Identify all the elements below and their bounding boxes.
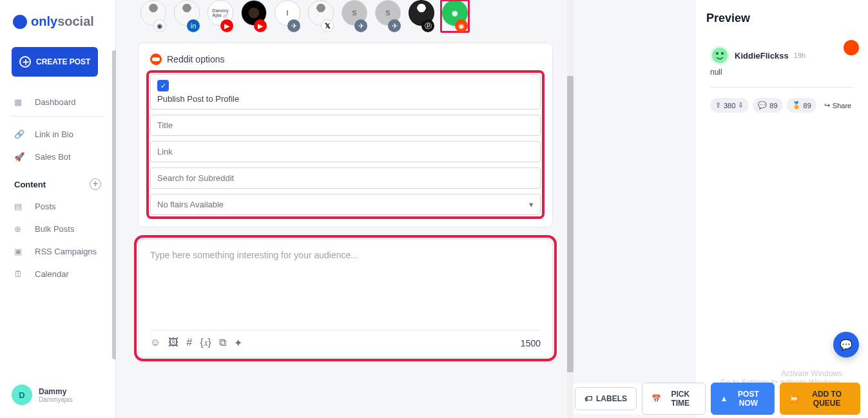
- brand-logo[interactable]: onlysocial: [0, 0, 115, 43]
- preview-username: KiddieFlickss: [735, 51, 789, 61]
- social-yt-1[interactable]: Dammy Ajas 📈▶: [206, 0, 235, 32]
- preview-time: 19h: [794, 52, 805, 59]
- nav-dashboard[interactable]: ▦ Dashboard: [0, 91, 115, 113]
- preview-divider: [710, 87, 854, 88]
- preview-avatar: [710, 46, 729, 65]
- user-profile[interactable]: D Dammy Dammyajas: [12, 385, 108, 405]
- upvote-pill[interactable]: ⇧ 380 ⇩: [710, 98, 749, 113]
- brand-social-text: social: [57, 14, 94, 29]
- reddit-link-field[interactable]: [150, 141, 541, 162]
- publish-to-profile-field[interactable]: ✓ Publish Post to Profile: [150, 74, 541, 109]
- preview-heading: Preview: [706, 12, 858, 25]
- nav-rss-label: RSS Campaigns: [35, 247, 97, 256]
- comments-count: 89: [769, 102, 777, 109]
- reddit-title-field[interactable]: [150, 115, 541, 136]
- share-icon: ↪: [824, 101, 830, 109]
- plus-icon: ＋: [19, 56, 31, 68]
- compose-textarea[interactable]: [150, 250, 541, 321]
- social-ig[interactable]: ◉: [139, 0, 168, 32]
- nav-divider: [12, 116, 104, 117]
- chat-icon: 💬: [840, 339, 853, 351]
- share-button[interactable]: ↪ Share: [820, 98, 855, 113]
- create-post-button[interactable]: ＋ CREATE POST: [12, 47, 98, 77]
- user-handle: Dammyajas: [39, 396, 73, 403]
- send-icon: ▲: [720, 394, 728, 403]
- sidebar: onlysocial ＋ CREATE POST ▦ Dashboard 🔗 L…: [0, 0, 116, 418]
- labels-button[interactable]: 🏷LABELS: [575, 387, 637, 410]
- main-scrollbar-thumb[interactable]: [567, 76, 574, 372]
- add-to-queue-button[interactable]: ⏩ADD TO QUEUE: [780, 383, 860, 415]
- chat-bubble-button[interactable]: 💬: [833, 332, 859, 357]
- reddit-flairs-label: No flairs Available: [157, 200, 224, 209]
- nav-rss[interactable]: ▣ RSS Campaigns: [0, 240, 115, 263]
- upvote-icon: ⇧: [715, 101, 721, 109]
- social-tg-2[interactable]: S✈: [340, 0, 369, 32]
- dashboard-icon: ▦: [14, 97, 27, 107]
- preview-body: null: [710, 68, 854, 77]
- comment-icon: 💬: [758, 101, 767, 109]
- social-tg-3[interactable]: S✈: [374, 0, 402, 32]
- main-column: ◉ in Dammy Ajas 📈▶ ▶ I✈ 𝕏 S✈ S✈ ⓟ ◉◉ Red…: [120, 0, 571, 418]
- comments-pill[interactable]: 💬 89: [753, 98, 782, 113]
- brand-only-text: only: [31, 14, 57, 29]
- check-icon[interactable]: ✓: [157, 80, 169, 91]
- sparkle-icon[interactable]: ✦: [234, 337, 242, 349]
- link-icon: 🔗: [14, 129, 27, 139]
- nav-dashboard-label: Dashboard: [35, 97, 76, 107]
- reddit-options-title: Reddit options: [167, 54, 225, 64]
- grid-icon: ▤: [14, 202, 27, 211]
- compose-toolbar: ☺ 🖼 # {𝑥} ⧉ ✦ 1500: [150, 330, 541, 349]
- preview-post: KiddieFlickss 19h null ⇧ 380 ⇩ 💬 89 🏅 89: [706, 41, 858, 118]
- hashtag-icon[interactable]: #: [186, 337, 192, 349]
- x-icon: 𝕏: [321, 19, 334, 32]
- forward-icon: ⏩: [789, 394, 799, 403]
- nav-sales-bot[interactable]: 🚀 Sales Bot: [0, 146, 115, 168]
- reddit-flairs-select[interactable]: No flairs Available ▾: [150, 194, 541, 215]
- publish-to-profile-label: Publish Post to Profile: [157, 94, 534, 104]
- nav-posts[interactable]: ▤ Posts: [0, 195, 115, 218]
- circle-plus-icon: ⊕: [14, 224, 27, 234]
- nav-calendar[interactable]: 🗓 Calendar: [0, 263, 115, 285]
- pick-time-button[interactable]: 📅PICK TIME: [642, 383, 706, 415]
- chevron-down-icon: ▾: [529, 200, 534, 209]
- content-header-label: Content: [14, 180, 46, 189]
- upvote-count: 380: [724, 102, 735, 109]
- awards-count: 89: [804, 102, 811, 109]
- downvote-icon: ⇩: [738, 101, 744, 109]
- social-pt[interactable]: ⓟ: [407, 0, 436, 32]
- template-icon[interactable]: ⧉: [219, 337, 226, 349]
- nav-bulk-posts[interactable]: ⊕ Bulk Posts: [0, 218, 115, 240]
- reddit-title-input[interactable]: [157, 120, 534, 130]
- nav-bulkposts-label: Bulk Posts: [35, 224, 74, 234]
- add-content-icon[interactable]: +: [90, 178, 101, 190]
- labels-label: LABELS: [596, 394, 627, 403]
- compose-box: ☺ 🖼 # {𝑥} ⧉ ✦ 1500: [138, 239, 553, 357]
- svg-point-0: [712, 48, 728, 63]
- awards-pill[interactable]: 🏅 89: [787, 98, 816, 113]
- emoji-icon[interactable]: ☺: [150, 337, 160, 349]
- nav-link-in-bio[interactable]: 🔗 Link in Bio: [0, 123, 115, 146]
- linkedin-icon: in: [187, 19, 200, 32]
- variable-icon[interactable]: {𝑥}: [200, 337, 211, 349]
- picktime-label: PICK TIME: [665, 390, 696, 408]
- social-li[interactable]: in: [173, 0, 201, 32]
- main-scrollbar[interactable]: [567, 0, 574, 418]
- image-icon[interactable]: 🖼: [168, 337, 178, 349]
- nav-posts-label: Posts: [35, 202, 56, 211]
- social-reddit-selected[interactable]: ◉◉: [441, 0, 469, 32]
- social-yt-2[interactable]: ▶: [240, 0, 268, 32]
- social-x[interactable]: 𝕏: [307, 0, 335, 32]
- rocket-icon: 🚀: [14, 152, 27, 162]
- telegram-icon: ✈: [287, 19, 300, 32]
- svg-point-2: [721, 52, 724, 55]
- post-now-button[interactable]: ▲POST NOW: [711, 383, 775, 415]
- reddit-options-header: Reddit options: [150, 53, 541, 65]
- reddit-subreddit-input[interactable]: [157, 173, 534, 183]
- reddit-link-input[interactable]: [157, 147, 534, 157]
- reddit-badge-icon: [844, 40, 859, 55]
- preview-post-header: KiddieFlickss 19h: [710, 46, 854, 65]
- calendar-icon: 📅: [651, 394, 661, 403]
- reddit-subreddit-field[interactable]: [150, 167, 541, 189]
- social-tg-1[interactable]: I✈: [273, 0, 302, 32]
- content-section-header: Content +: [0, 168, 115, 195]
